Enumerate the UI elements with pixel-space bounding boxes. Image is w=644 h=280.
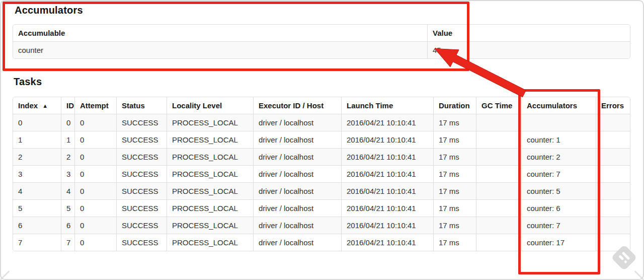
- column-header-index-label: Index: [18, 101, 38, 110]
- errors-cell: [596, 199, 630, 217]
- status-cell: SUCCESS: [116, 217, 167, 234]
- id-cell: 4: [61, 182, 74, 199]
- watermark-stripe: [618, 255, 624, 260]
- index-cell: 0: [13, 114, 61, 131]
- accumulable-name-cell: counter: [13, 41, 427, 58]
- id-cell: 0: [61, 114, 74, 131]
- locality-cell: PROCESS_LOCAL: [167, 182, 253, 199]
- launch-time-cell: 2016/04/21 10:10:41: [341, 217, 433, 234]
- index-cell: 6: [13, 217, 61, 234]
- locality-cell: PROCESS_LOCAL: [167, 234, 253, 251]
- duration-cell: 17 ms: [433, 234, 476, 251]
- gc-time-cell: [476, 114, 521, 131]
- status-cell: SUCCESS: [116, 148, 167, 165]
- executor-cell: driver / localhost: [253, 234, 341, 251]
- id-cell: 6: [61, 217, 74, 234]
- id-cell: 5: [61, 199, 74, 217]
- status-cell: SUCCESS: [116, 165, 167, 182]
- column-header-status[interactable]: Status: [116, 97, 167, 114]
- launch-time-cell: 2016/04/21 10:10:41: [341, 114, 433, 131]
- launch-time-cell: 2016/04/21 10:10:41: [341, 165, 433, 182]
- attempt-cell: 0: [74, 182, 116, 199]
- column-header-locality-level[interactable]: Locality Level: [167, 97, 253, 114]
- launch-time-cell: 2016/04/21 10:10:41: [341, 182, 433, 199]
- errors-cell: [596, 217, 630, 234]
- executor-cell: driver / localhost: [253, 131, 341, 148]
- executor-cell: driver / localhost: [253, 165, 341, 182]
- accumulable-value-cell: 45: [427, 41, 630, 58]
- locality-cell: PROCESS_LOCAL: [167, 114, 253, 131]
- locality-cell: PROCESS_LOCAL: [167, 165, 253, 182]
- page-curl-decoration: [0, 270, 10, 280]
- duration-cell: 17 ms: [433, 148, 476, 165]
- locality-cell: PROCESS_LOCAL: [167, 199, 253, 217]
- index-cell: 1: [13, 131, 61, 148]
- executor-cell: driver / localhost: [253, 217, 341, 234]
- locality-cell: PROCESS_LOCAL: [167, 148, 253, 165]
- column-header-gc-time[interactable]: GC Time: [476, 97, 521, 114]
- accumulators-cell: counter: 6: [521, 199, 596, 217]
- column-header-executor-id-host[interactable]: Executor ID / Host: [253, 97, 341, 114]
- column-header-index[interactable]: Index▲: [13, 97, 61, 114]
- index-cell: 3: [13, 165, 61, 182]
- duration-cell: 17 ms: [433, 199, 476, 217]
- attempt-cell: 0: [74, 165, 116, 182]
- column-header-errors[interactable]: Errors: [596, 97, 630, 114]
- column-header-value[interactable]: Value: [427, 25, 630, 41]
- column-header-duration[interactable]: Duration: [433, 97, 476, 114]
- column-header-launch-time[interactable]: Launch Time: [341, 97, 433, 114]
- task-row: 2 2 0 SUCCESS PROCESS_LOCAL driver / loc…: [13, 148, 630, 165]
- tasks-heading: Tasks: [14, 76, 42, 88]
- id-cell: 3: [61, 165, 74, 182]
- column-header-accumulable[interactable]: Accumulable: [13, 25, 427, 41]
- duration-cell: 17 ms: [433, 182, 476, 199]
- attempt-cell: 0: [74, 131, 116, 148]
- gc-time-cell: [476, 182, 521, 199]
- gc-time-cell: [476, 131, 521, 148]
- errors-cell: [596, 148, 630, 165]
- table-header-row: Index▲ ID Attempt Status Locality Level …: [13, 97, 630, 114]
- column-header-id[interactable]: ID: [61, 97, 74, 114]
- accumulators-cell: counter: 2: [521, 148, 596, 165]
- column-header-attempt[interactable]: Attempt: [74, 97, 116, 114]
- gc-time-cell: [476, 148, 521, 165]
- index-cell: 2: [13, 148, 61, 165]
- status-cell: SUCCESS: [116, 182, 167, 199]
- locality-cell: PROCESS_LOCAL: [167, 217, 253, 234]
- task-row: 3 3 0 SUCCESS PROCESS_LOCAL driver / loc…: [13, 165, 630, 182]
- status-cell: SUCCESS: [116, 199, 167, 217]
- duration-cell: 17 ms: [433, 131, 476, 148]
- status-cell: SUCCESS: [116, 131, 167, 148]
- accumulators-cell: counter: 5: [521, 182, 596, 199]
- task-row: 4 4 0 SUCCESS PROCESS_LOCAL driver / loc…: [13, 182, 630, 199]
- task-row: 0 0 0 SUCCESS PROCESS_LOCAL driver / loc…: [13, 114, 630, 131]
- index-cell: 5: [13, 199, 61, 217]
- index-cell: 7: [13, 234, 61, 251]
- accumulators-heading: Accumulators: [15, 5, 83, 16]
- accumulators-cell: [521, 114, 596, 131]
- id-cell: 1: [61, 131, 74, 148]
- gc-time-cell: [476, 234, 521, 251]
- executor-cell: driver / localhost: [253, 199, 341, 217]
- duration-cell: 17 ms: [433, 217, 476, 234]
- attempt-cell: 0: [74, 148, 116, 165]
- accumulators-table: Accumulable Value counter 45: [13, 24, 630, 59]
- errors-cell: [596, 131, 630, 148]
- sort-ascending-icon: ▲: [42, 103, 48, 109]
- attempt-cell: 0: [74, 234, 116, 251]
- id-cell: 2: [61, 148, 74, 165]
- status-cell: SUCCESS: [116, 114, 167, 131]
- gc-time-cell: [476, 165, 521, 182]
- page-curl-decoration: [634, 270, 644, 280]
- errors-cell: [596, 114, 630, 131]
- errors-cell: [596, 165, 630, 182]
- launch-time-cell: 2016/04/21 10:10:41: [341, 234, 433, 251]
- gc-time-cell: [476, 199, 521, 217]
- launch-time-cell: 2016/04/21 10:10:41: [341, 148, 433, 165]
- launch-time-cell: 2016/04/21 10:10:41: [341, 199, 433, 217]
- attempt-cell: 0: [74, 114, 116, 131]
- tasks-table: Index▲ ID Attempt Status Locality Level …: [13, 97, 630, 251]
- task-row: 6 6 0 SUCCESS PROCESS_LOCAL driver / loc…: [13, 217, 630, 234]
- task-row: 7 7 0 SUCCESS PROCESS_LOCAL driver / loc…: [13, 234, 630, 251]
- column-header-accumulators[interactable]: Accumulators: [521, 97, 596, 114]
